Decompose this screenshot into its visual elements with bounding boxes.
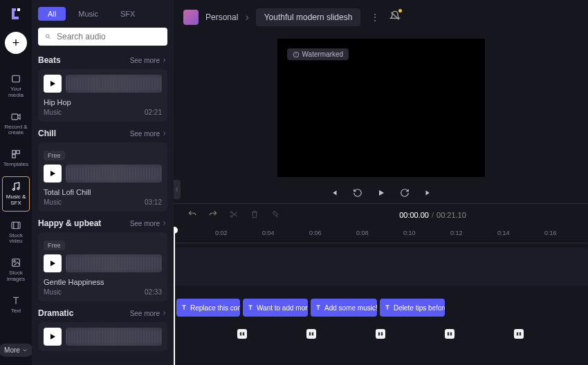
- svg-rect-24: [520, 333, 521, 336]
- play-preview-button[interactable]: [44, 75, 62, 93]
- delete-button[interactable]: [250, 209, 259, 222]
- time-ruler[interactable]: 0:020:040:060:080:100:120:140:16: [174, 227, 588, 243]
- rail-stock-video[interactable]: Stock video: [2, 216, 30, 250]
- left-rail: + Your media Record & create Templates M…: [0, 0, 32, 365]
- section-title: Dramatic: [38, 308, 73, 318]
- rail-label: Templates: [3, 162, 28, 168]
- marker-row: [174, 325, 588, 343]
- tab-sfx[interactable]: SFX: [111, 7, 145, 21]
- ruler-tick: 0:16: [544, 230, 557, 236]
- audio-card[interactable]: Hip HopMusic02:21: [38, 69, 167, 122]
- rail-record-create[interactable]: Record & create: [2, 107, 30, 141]
- audio-card[interactable]: FreeTotal Lofi ChillMusic03:12: [38, 142, 167, 212]
- text-clip-row: Replace this contenWant to add more cAdd…: [174, 299, 588, 317]
- rail-label: Your media: [2, 86, 30, 99]
- text-clip[interactable]: Replace this conten: [176, 299, 240, 317]
- play-preview-button[interactable]: [44, 254, 62, 272]
- rail-label: Record & create: [2, 124, 30, 137]
- rail-your-media[interactable]: Your media: [2, 69, 30, 103]
- rewind-button[interactable]: [353, 188, 362, 198]
- play-preview-button[interactable]: [44, 328, 62, 346]
- text-clip[interactable]: Delete tips before e: [380, 299, 445, 317]
- see-more-link[interactable]: See more: [130, 130, 167, 138]
- play-button[interactable]: [376, 188, 386, 198]
- rail-label: Music & SFX: [3, 194, 29, 207]
- skip-end-button[interactable]: [423, 188, 433, 198]
- track-duration: 02:33: [145, 288, 162, 296]
- audio-panel: All Music SFX BeatsSee moreHip HopMusic0…: [32, 0, 174, 365]
- svg-rect-22: [450, 333, 452, 336]
- text-clip[interactable]: Add some music! N: [311, 299, 377, 317]
- panel-collapse-handle[interactable]: [174, 180, 181, 199]
- tab-all[interactable]: All: [38, 7, 66, 21]
- svg-rect-15: [240, 333, 241, 336]
- svg-rect-18: [312, 333, 313, 336]
- rail-stock-images[interactable]: Stock images: [2, 253, 30, 287]
- svg-rect-4: [17, 151, 20, 154]
- svg-point-11: [46, 35, 50, 38]
- svg-rect-19: [378, 333, 380, 336]
- rail-text[interactable]: Text: [2, 291, 30, 319]
- ruler-tick: 0:12: [450, 230, 463, 236]
- playhead[interactable]: [174, 227, 175, 365]
- main-area: Personal › Youthful modern slidesh ⋮ Wat…: [174, 0, 588, 365]
- workspace-avatar[interactable]: [183, 10, 199, 25]
- preview-area: Watermarked: [174, 35, 588, 181]
- search-input[interactable]: [57, 32, 160, 41]
- transition-marker[interactable]: [514, 329, 524, 339]
- transition-marker[interactable]: [306, 329, 316, 339]
- section-title: Chill: [38, 129, 56, 138]
- split-button[interactable]: [229, 209, 239, 222]
- forward-button[interactable]: [400, 188, 410, 198]
- video-preview[interactable]: Watermarked: [277, 39, 485, 177]
- track-kind: Music: [44, 288, 62, 296]
- watermark-label: Watermarked: [302, 50, 344, 58]
- ruler-tick: 0:10: [403, 230, 416, 236]
- section-title: Happy & upbeat: [38, 218, 101, 228]
- see-more-link[interactable]: See more: [130, 310, 167, 317]
- audio-card[interactable]: [38, 322, 167, 351]
- section-title: Beats: [38, 55, 61, 65]
- audio-card[interactable]: FreeGentle HappinessMusic02:33: [38, 232, 167, 301]
- free-tag: Free: [44, 151, 65, 160]
- see-more-link[interactable]: See more: [130, 220, 167, 227]
- redo-button[interactable]: [208, 209, 218, 222]
- crop-button[interactable]: [270, 209, 280, 222]
- rail-templates[interactable]: Templates: [2, 144, 30, 172]
- add-button[interactable]: +: [5, 32, 27, 54]
- transition-marker[interactable]: [445, 329, 454, 339]
- play-preview-button[interactable]: [44, 165, 62, 182]
- transition-marker[interactable]: [237, 329, 247, 339]
- track-duration: 02:21: [145, 109, 162, 116]
- svg-point-6: [12, 189, 15, 191]
- text-clip[interactable]: Want to add more c: [243, 299, 308, 317]
- project-menu-button[interactable]: ⋮: [367, 9, 383, 26]
- more-button[interactable]: More: [0, 344, 33, 357]
- see-more-link[interactable]: See more: [130, 57, 167, 64]
- track-duration: 03:12: [145, 198, 162, 206]
- rail-music-sfx[interactable]: Music & SFX: [2, 176, 30, 212]
- search-box[interactable]: [38, 28, 167, 46]
- info-icon: [293, 51, 300, 58]
- waveform: [66, 165, 162, 182]
- time-duration: 00:21.10: [437, 211, 466, 219]
- project-name[interactable]: Youthful modern slidesh: [256, 8, 361, 26]
- workspace-breadcrumb[interactable]: Personal: [205, 12, 238, 22]
- waveform: [66, 254, 162, 272]
- waveform: [66, 75, 162, 93]
- svg-rect-8: [12, 222, 20, 228]
- app-logo: [8, 6, 24, 22]
- notifications-muted-icon[interactable]: [389, 10, 401, 24]
- svg-rect-23: [517, 333, 518, 336]
- track-kind: Music: [44, 198, 62, 206]
- track-empty[interactable]: [174, 247, 588, 286]
- chevron-right-icon: ›: [245, 11, 248, 24]
- more-label: More: [4, 346, 20, 354]
- rail-label: Stock video: [2, 233, 30, 245]
- transition-marker[interactable]: [376, 329, 385, 339]
- tab-music[interactable]: Music: [68, 7, 108, 21]
- tracks: Replace this contenWant to add more cAdd…: [174, 247, 588, 343]
- undo-button[interactable]: [187, 209, 197, 222]
- timeline[interactable]: 0:020:040:060:080:100:120:140:16 Replace…: [174, 227, 588, 365]
- skip-start-button[interactable]: [329, 188, 339, 198]
